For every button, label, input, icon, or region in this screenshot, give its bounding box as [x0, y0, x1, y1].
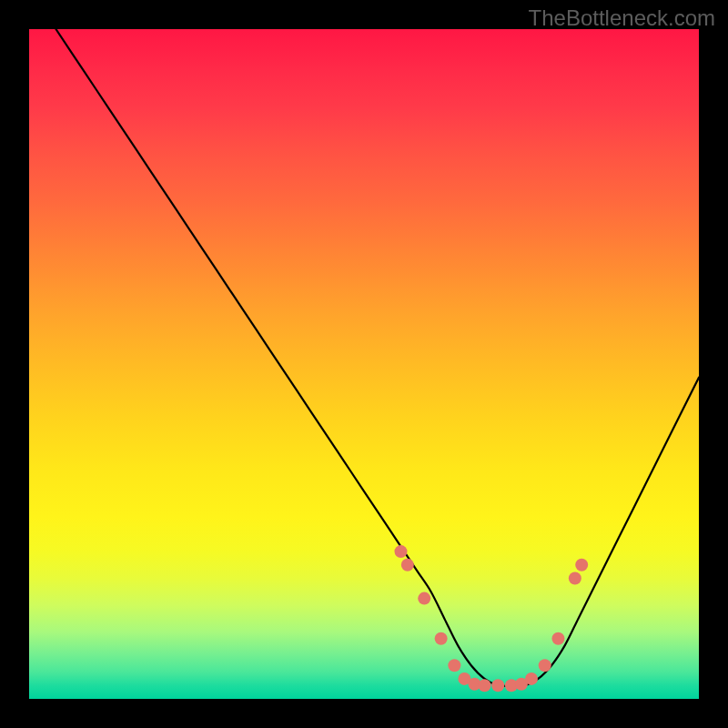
threshold-point: [551, 632, 564, 645]
bottleneck-curve: [56, 29, 699, 686]
threshold-point: [478, 679, 490, 692]
threshold-point: [418, 592, 430, 605]
threshold-point: [539, 659, 551, 672]
threshold-point: [525, 672, 538, 685]
curve-layer: [29, 29, 699, 699]
threshold-markers: [394, 545, 588, 692]
threshold-point: [394, 545, 407, 558]
watermark-text: TheBottleneck.com: [529, 5, 715, 31]
threshold-point: [401, 559, 414, 571]
threshold-point: [435, 632, 448, 645]
threshold-point: [569, 572, 581, 585]
threshold-point: [575, 559, 588, 571]
threshold-point: [491, 679, 504, 692]
plot-area: [29, 29, 699, 699]
chart-frame: TheBottleneck.com: [0, 0, 728, 728]
threshold-point: [448, 659, 460, 672]
